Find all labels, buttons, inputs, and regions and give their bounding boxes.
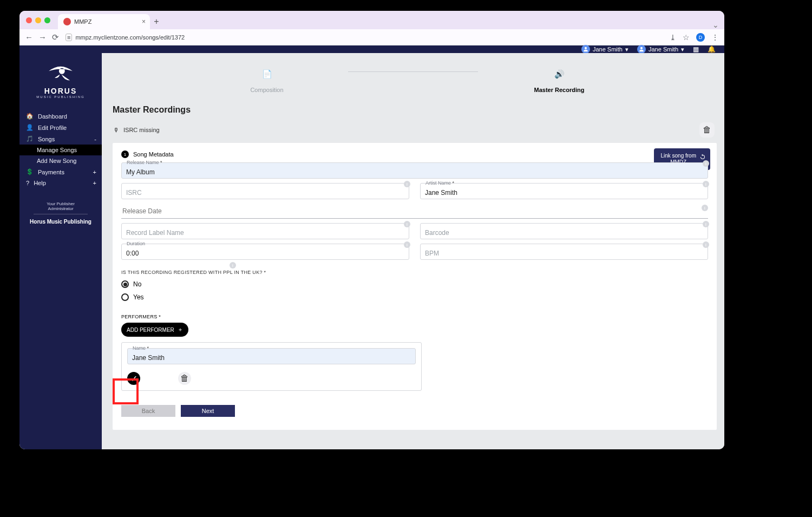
horus-eye-icon xyxy=(47,63,74,84)
check-icon: ✓ xyxy=(130,374,137,384)
info-icon[interactable]: i xyxy=(702,205,708,211)
radio-label: Yes xyxy=(133,293,144,301)
home-icon: 🏠 xyxy=(26,113,34,120)
radio-selected-icon xyxy=(121,280,129,288)
user-name-1: Jane Smith xyxy=(593,46,623,53)
sidebar-item-songs[interactable]: 🎵Songs- xyxy=(19,133,102,145)
tab-bar: MMPZ × + ⌄ xyxy=(19,11,724,29)
nav-forward-icon[interactable]: → xyxy=(38,32,47,42)
section-title: Song Metadata xyxy=(133,151,174,158)
publisher-name[interactable]: Horus Music Publishing xyxy=(19,219,102,225)
isrc-input[interactable] xyxy=(121,183,409,199)
kebab-menu-icon[interactable]: ⋮ xyxy=(711,33,719,42)
profile-badge[interactable]: D xyxy=(696,33,705,42)
add-performer-button[interactable]: ADD PERFORMER ＋ xyxy=(121,323,188,337)
expand-icon: + xyxy=(93,180,96,186)
user-edit-icon: 👤 xyxy=(26,124,34,131)
sidebar-item-dashboard[interactable]: 🏠Dashboard xyxy=(19,110,102,122)
nav-back-icon[interactable]: ← xyxy=(25,32,33,42)
site-info-icon[interactable]: ≡ xyxy=(66,34,72,41)
performer-card: Name ✓ 🗑 xyxy=(121,342,422,391)
ppl-radio-yes[interactable]: Yes xyxy=(121,293,708,301)
url-display[interactable]: ≡ mmpz.myclientzone.com/songs/edit/1372 xyxy=(66,34,663,41)
stepper: 📄 Composition 🔊 Master Recording xyxy=(102,53,724,103)
sidebar-label: Dashboard xyxy=(38,113,67,120)
plus-icon: ＋ xyxy=(178,326,183,333)
collapse-icon: - xyxy=(94,136,96,142)
info-icon[interactable]: i xyxy=(404,181,410,187)
sidebar-item-manage-songs[interactable]: Manage Songs xyxy=(19,145,102,155)
apps-grid-icon[interactable]: ▦ xyxy=(693,45,699,53)
sidebar-item-add-new-song[interactable]: Add New Song xyxy=(19,155,102,166)
artist-name-input[interactable] xyxy=(420,183,708,199)
expand-icon: + xyxy=(93,169,96,175)
next-button[interactable]: Next xyxy=(181,405,235,417)
delete-recording-button[interactable]: 🗑 xyxy=(699,122,715,138)
sidebar-label: Songs xyxy=(38,136,55,142)
avatar-icon xyxy=(581,45,590,54)
ppl-radio-no[interactable]: No xyxy=(121,280,708,288)
step-composition[interactable]: 📄 Composition xyxy=(186,69,348,93)
release-date-input[interactable] xyxy=(121,204,708,219)
delete-performer-button[interactable]: 🗑 xyxy=(178,372,191,385)
publisher-admin-label: Your Publisher Administrator xyxy=(34,201,88,214)
info-icon[interactable]: i xyxy=(703,221,709,227)
main-content: 📄 Composition 🔊 Master Recording Master … xyxy=(102,53,724,449)
caret-down-icon: ▾ xyxy=(681,46,684,53)
bpm-input[interactable] xyxy=(420,244,708,260)
tab-favicon-icon xyxy=(63,18,71,25)
notifications-icon[interactable]: 🔔 xyxy=(708,45,716,53)
step-label: Composition xyxy=(250,87,283,93)
performers-label: PERFORMERS * xyxy=(121,314,708,319)
close-window-icon[interactable] xyxy=(26,17,32,23)
sidebar-label: Add New Song xyxy=(37,158,76,164)
info-icon[interactable]: i xyxy=(703,241,709,248)
caret-down-icon: ▾ xyxy=(625,46,628,53)
app-viewport: Jane Smith ▾ Jane Smith ▾ ▦ 🔔 HORUS MUSI… xyxy=(19,45,724,449)
close-tab-icon[interactable]: × xyxy=(142,18,146,25)
window-controls xyxy=(26,11,50,29)
step-master-recording[interactable]: 🔊 Master Recording xyxy=(478,69,640,93)
browser-window: MMPZ × + ⌄ ← → ⟳ ≡ mmpz.myclientzone.com… xyxy=(19,11,724,449)
info-icon[interactable]: i xyxy=(230,262,236,269)
sidebar-item-payments[interactable]: 💲Payments+ xyxy=(19,166,102,178)
install-app-icon[interactable]: ⤓ xyxy=(670,33,676,42)
user-menu-2[interactable]: Jane Smith ▾ xyxy=(637,45,684,54)
duration-input[interactable] xyxy=(121,244,409,260)
step-connector xyxy=(348,71,478,72)
composition-icon: 📄 xyxy=(262,69,272,79)
back-button[interactable]: Back xyxy=(121,405,175,417)
dollar-icon: 💲 xyxy=(26,168,34,175)
warning-row: 🎙 ISRC missing 🗑 xyxy=(102,122,724,143)
release-name-input[interactable] xyxy=(121,162,708,179)
sidebar-item-help[interactable]: ?Help+ xyxy=(19,178,102,188)
add-performer-label: ADD PERFORMER xyxy=(127,327,174,333)
new-tab-button[interactable]: + xyxy=(150,14,163,29)
tabs-chevron-icon[interactable]: ⌄ xyxy=(712,21,719,29)
performer-name-input[interactable] xyxy=(127,348,416,364)
record-label-input[interactable] xyxy=(121,223,409,239)
song-metadata-card: Link song from MMDZ 1 Song Metadata Rele… xyxy=(113,143,717,430)
info-icon[interactable]: i xyxy=(404,221,410,227)
address-bar: ← → ⟳ ≡ mmpz.myclientzone.com/songs/edit… xyxy=(19,29,724,45)
info-icon[interactable]: i xyxy=(404,241,410,248)
barcode-input[interactable] xyxy=(420,223,708,239)
tab-mmpz[interactable]: MMPZ × xyxy=(58,14,150,29)
ppl-question-label: IS THIS RECORDING REGISTERED WITH PPL IN… xyxy=(121,270,708,275)
help-icon: ? xyxy=(26,180,29,186)
info-icon[interactable]: i xyxy=(703,160,709,167)
user-menu-1[interactable]: Jane Smith ▾ xyxy=(581,45,628,54)
trash-icon: 🗑 xyxy=(180,374,189,383)
minimize-window-icon[interactable] xyxy=(35,17,41,23)
sidebar-label: Edit Profile xyxy=(38,125,67,131)
page-title: Master Recordings xyxy=(113,105,724,115)
maximize-window-icon[interactable] xyxy=(44,17,50,23)
confirm-performer-button[interactable]: ✓ xyxy=(127,372,140,385)
sidebar-item-edit-profile[interactable]: 👤Edit Profile xyxy=(19,122,102,133)
sidebar-label: Help xyxy=(34,180,46,186)
info-icon[interactable]: i xyxy=(703,181,709,187)
sync-icon xyxy=(699,154,706,160)
bookmark-icon[interactable]: ☆ xyxy=(683,33,690,42)
nav-reload-icon[interactable]: ⟳ xyxy=(52,32,59,42)
brand-logo: HORUS MUSIC PUBLISHING xyxy=(19,56,102,106)
